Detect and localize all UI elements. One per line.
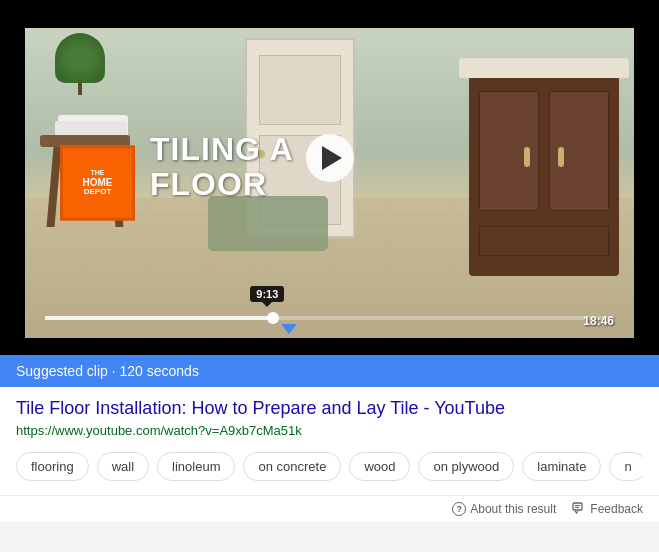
time-tooltip: 9:13 (250, 286, 284, 302)
hd-logo: THE HOME DEPOT (60, 145, 135, 220)
result-url[interactable]: https://www.youtube.com/watch?v=A9xb7cMa… (16, 423, 643, 438)
svg-rect-0 (573, 503, 582, 510)
cabinet-decoration (469, 76, 619, 276)
tag-chip[interactable]: laminate (522, 452, 601, 481)
progress-bar-bg[interactable] (45, 316, 614, 320)
video-container: THE HOME DEPOT TILING A FLOOR 9:13 18:46 (0, 0, 659, 355)
tags-row: flooringwalllinoleumon concretewoodon pl… (16, 448, 643, 489)
progress-area[interactable]: 9:13 (25, 316, 634, 320)
feedback[interactable]: Feedback (572, 502, 643, 516)
tag-chip[interactable]: on plywood (418, 452, 514, 481)
tag-chip[interactable]: linoleum (157, 452, 235, 481)
video-thumbnail[interactable]: THE HOME DEPOT TILING A FLOOR 9:13 18:46 (25, 28, 634, 338)
suggested-clip-banner: Suggested clip · 120 seconds (0, 355, 659, 387)
footer-bar: ? About this result Feedback (0, 495, 659, 522)
play-button[interactable] (306, 134, 354, 182)
tag-chip[interactable]: on concrete (243, 452, 341, 481)
about-icon: ? (452, 502, 466, 516)
about-label: About this result (470, 502, 556, 516)
feedback-label: Feedback (590, 502, 643, 516)
progress-bar-fill[interactable] (45, 316, 273, 320)
result-title[interactable]: Tile Floor Installation: How to Prepare … (16, 397, 643, 420)
rug-decoration (208, 196, 328, 251)
video-title-overlay: TILING A FLOOR (150, 132, 294, 202)
about-this-result[interactable]: ? About this result (452, 502, 556, 516)
tag-chip[interactable]: flooring (16, 452, 89, 481)
tag-chip[interactable]: wall (97, 452, 149, 481)
progress-thumb[interactable] (267, 312, 279, 324)
duration-label: 18:46 (583, 314, 614, 328)
feedback-icon (572, 502, 586, 516)
tag-chip[interactable]: wood (349, 452, 410, 481)
play-triangle-icon (322, 146, 342, 170)
scrubber-arrow-icon (281, 324, 297, 334)
plant-decoration (55, 33, 105, 93)
tag-chip[interactable]: n (609, 452, 643, 481)
result-area: Tile Floor Installation: How to Prepare … (0, 387, 659, 495)
suggested-clip-label: Suggested clip · 120 seconds (16, 363, 199, 379)
